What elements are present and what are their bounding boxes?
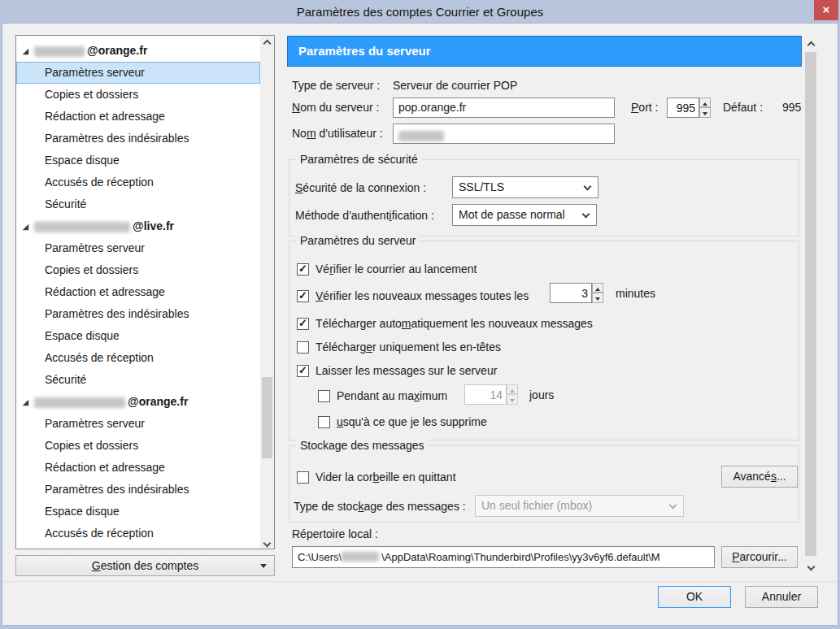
checkbox-icon[interactable]: ✓	[297, 341, 309, 354]
sidebar-item-redaction-adressage[interactable]: Rédaction et adressage	[16, 281, 260, 303]
local-dir-input[interactable]: C:\Users\\AppData\Roaming\Thunderbird\Pr…	[292, 546, 715, 568]
check-on-startup-row[interactable]: ✓Vérifier le courrier au lancement	[297, 262, 477, 278]
auth-method-select[interactable]: Mot de passe normal	[452, 204, 597, 226]
spin-down-icon[interactable]	[699, 107, 711, 118]
window-title: Paramètres des comptes Courrier et Group…	[297, 5, 543, 19]
chevron-down-icon	[584, 183, 592, 191]
chevron-down-icon	[582, 210, 590, 219]
until-deleted-row[interactable]: ✓usqu'à ce que je les supprime	[318, 414, 487, 431]
checkbox-icon[interactable]: ✓	[297, 263, 309, 275]
empty-trash-row[interactable]: ✓Vider la corbeille en quittant	[297, 470, 456, 486]
storage-legend: Stockage des messages	[296, 438, 429, 453]
scroll-up-icon[interactable]	[803, 37, 818, 50]
leave-on-server-row[interactable]: ✓Laisser les messages sur le serveur	[297, 363, 497, 380]
sidebar-item-copies-dossiers[interactable]: Copies et dossiers	[16, 259, 260, 281]
panel-header: Paramètres du serveur	[287, 36, 802, 67]
sidebar-scrollbar[interactable]	[260, 36, 274, 549]
sidebar-item-espace-disque[interactable]: Espace disque	[16, 325, 260, 347]
scrollbar-thumb[interactable]	[805, 52, 816, 556]
spin-up-icon[interactable]	[699, 98, 711, 107]
port-label: Port :	[631, 101, 658, 114]
spin-up-icon[interactable]	[592, 283, 603, 293]
account-header-3[interactable]: ◢@orange.fr	[16, 391, 260, 413]
checkbox-icon[interactable]: ✓	[318, 416, 330, 428]
sidebar-item-parametres-serveur[interactable]: Paramètres serveur	[16, 413, 260, 435]
ok-button[interactable]: OK	[658, 586, 731, 608]
sidebar-item-indesirables[interactable]: Paramètres des indésirables	[16, 303, 260, 325]
port-default-value: 995	[782, 101, 801, 114]
spin-down-icon[interactable]	[592, 293, 603, 303]
cancel-button[interactable]: Annuler	[745, 586, 818, 608]
footer-separator	[2, 581, 838, 582]
checkbox-icon[interactable]: ✓	[297, 290, 309, 302]
port-default-label: Défaut :	[723, 101, 763, 114]
sidebar-item-securite[interactable]: Sécurité	[16, 369, 260, 391]
storage-type-select[interactable]: Un seul fichier (mbox)	[475, 495, 684, 517]
server-name-label: Nom du serveur :	[292, 101, 379, 114]
sidebar-item-accuses-reception[interactable]: Accusés de réception	[16, 523, 260, 544]
chevron-down-icon	[669, 501, 677, 510]
interval-unit-label: minutes	[616, 287, 655, 300]
auth-method-label: Méthode d'authentification :	[295, 209, 434, 222]
window-titlebar: Paramètres des comptes Courrier et Group…	[0, 0, 840, 23]
expander-icon[interactable]: ◢	[23, 392, 34, 414]
expander-icon[interactable]: ◢	[23, 216, 34, 238]
headers-only-row[interactable]: ✓Télécharger uniquement les en-têtes	[297, 340, 501, 356]
sidebar-item-parametres-serveur[interactable]: Paramètres serveur	[16, 62, 260, 84]
security-legend: Paramètres de sécurité	[296, 152, 422, 167]
close-icon[interactable]: ×	[814, 0, 838, 20]
checkbox-icon[interactable]: ✓	[297, 365, 309, 377]
storage-type-label: Type de stockage des messages :	[294, 500, 466, 513]
redacted-account-name	[34, 222, 130, 232]
server-settings-legend: Paramètres du serveur	[296, 233, 420, 248]
port-spinner	[667, 98, 711, 118]
port-input[interactable]	[667, 98, 699, 118]
connection-security-select[interactable]: SSL/TLS	[452, 176, 598, 198]
sidebar-item-accuses-reception[interactable]: Accusés de réception	[16, 171, 260, 193]
sidebar-item-securite[interactable]: Sécurité	[16, 193, 260, 215]
sidebar-item-espace-disque[interactable]: Espace disque	[16, 501, 260, 523]
username-input[interactable]	[393, 124, 615, 144]
max-days-input[interactable]	[464, 384, 507, 405]
accounts-tree: ◢@orange.fr Paramètres serveur Copies et…	[15, 35, 275, 549]
checkbox-icon[interactable]: ✓	[318, 390, 330, 402]
main-scrollbar[interactable]	[803, 37, 818, 572]
sidebar-item-copies-dossiers[interactable]: Copies et dossiers	[16, 435, 260, 457]
account-header-1[interactable]: ◢@orange.fr	[16, 40, 260, 62]
browse-button[interactable]: Parcourir...	[721, 546, 798, 568]
redacted-username	[398, 131, 444, 141]
scrollbar-thumb[interactable]	[262, 377, 272, 458]
interval-input[interactable]	[550, 283, 592, 303]
sidebar-item-copies-dossiers[interactable]: Copies et dossiers	[16, 84, 260, 106]
sidebar-item-indesirables[interactable]: Paramètres des indésirables	[16, 128, 260, 150]
scroll-up-icon[interactable]	[260, 36, 274, 49]
dropdown-arrow-icon	[260, 564, 267, 568]
account-header-2[interactable]: ◢@live.fr	[16, 215, 260, 237]
scroll-down-icon[interactable]	[260, 536, 274, 549]
max-days-row[interactable]: ✓Pendant au maximum	[318, 388, 447, 405]
check-interval-row[interactable]: ✓Vérifier les nouveaux messages toutes l…	[297, 288, 529, 305]
sidebar-item-indesirables[interactable]: Paramètres des indésirables	[16, 479, 260, 501]
scroll-down-icon[interactable]	[803, 559, 818, 572]
sidebar-item-accuses-reception[interactable]: Accusés de réception	[16, 347, 260, 369]
account-settings-dialog: ◢@orange.fr Paramètres serveur Copies et…	[2, 23, 838, 626]
server-type-label: Type de serveur :	[292, 79, 380, 92]
redacted-user-folder	[342, 552, 379, 562]
checkbox-icon[interactable]: ✓	[297, 471, 309, 484]
expander-icon[interactable]: ◢	[23, 41, 34, 63]
sidebar-item-parametres-serveur[interactable]: Paramètres serveur	[16, 237, 260, 259]
connection-security-label: Sécurité de la connexion :	[295, 181, 426, 194]
auto-download-row[interactable]: ✓Télécharger automatiquement les nouveau…	[297, 316, 593, 332]
server-settings-panel: Paramètres du serveur Type de serveur : …	[287, 36, 802, 575]
spin-up-icon[interactable]	[507, 384, 518, 394]
checkbox-icon[interactable]: ✓	[297, 318, 309, 330]
sidebar-item-redaction-adressage[interactable]: Rédaction et adressage	[16, 106, 260, 128]
redacted-account-name	[34, 397, 125, 408]
sidebar-item-espace-disque[interactable]: Espace disque	[16, 150, 260, 171]
spin-down-icon[interactable]	[507, 394, 518, 405]
advanced-button[interactable]: Avancés...	[721, 466, 798, 488]
sidebar-item-redaction-adressage[interactable]: Rédaction et adressage	[16, 457, 260, 479]
manage-accounts-button[interactable]: Gestion des comptes	[15, 555, 275, 576]
server-name-input[interactable]: pop.orange.fr	[393, 98, 615, 118]
username-label: Nom d'utilisateur :	[292, 127, 383, 140]
